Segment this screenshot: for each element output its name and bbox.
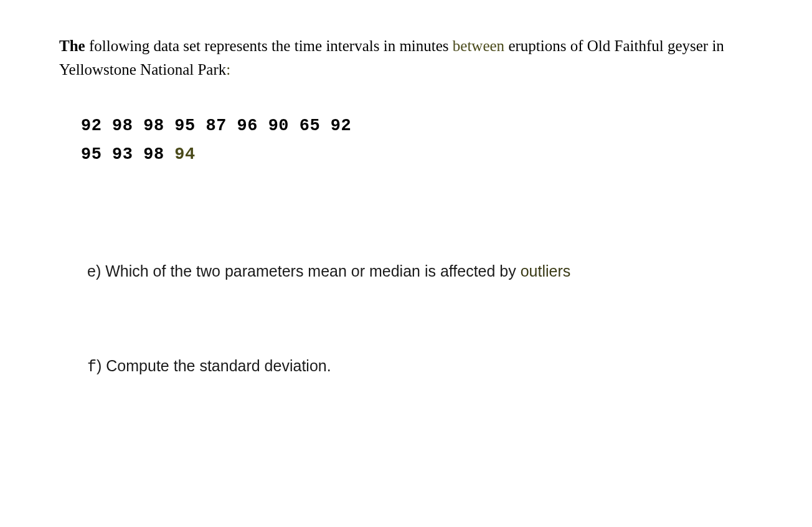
data-set-block: 92 98 98 95 87 96 90 65 92 95 93 98 94 bbox=[81, 112, 753, 169]
question-e-label: e) bbox=[87, 262, 105, 280]
question-e: e) Which of the two parameters mean or m… bbox=[87, 260, 598, 283]
data-line-2-part1: 95 93 98 bbox=[81, 145, 174, 164]
question-f-label-rest: ) bbox=[97, 357, 106, 374]
intro-bold-start: The bbox=[59, 37, 85, 54]
question-f: f) Compute the standard deviation. bbox=[87, 354, 336, 379]
intro-between: between bbox=[453, 37, 504, 54]
question-e-outliers: outliers bbox=[521, 262, 571, 280]
data-line-2-olive: 94 bbox=[174, 145, 195, 164]
intro-part1: following data set represents the time i… bbox=[85, 37, 453, 54]
intro-paragraph: The following data set represents the ti… bbox=[59, 34, 753, 81]
question-f-letter: f bbox=[87, 358, 97, 376]
question-f-text: Compute the standard deviation. bbox=[106, 357, 331, 374]
data-line-1: 92 98 98 95 87 96 90 65 92 bbox=[81, 112, 753, 141]
question-e-text: Which of the two parameters mean or medi… bbox=[105, 262, 521, 280]
data-line-2: 95 93 98 94 bbox=[81, 141, 753, 169]
intro-colon: : bbox=[226, 61, 230, 78]
